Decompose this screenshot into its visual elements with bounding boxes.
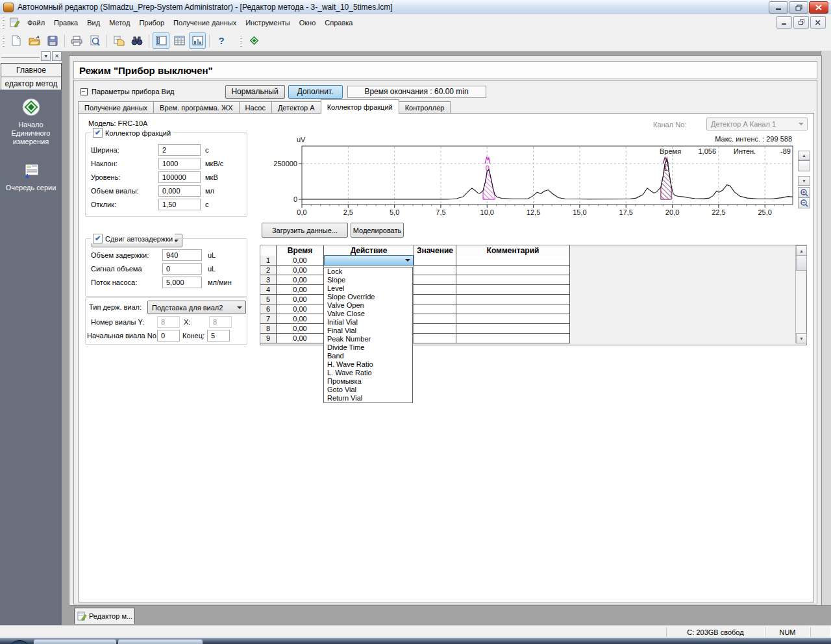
table-cell[interactable] (414, 314, 456, 324)
start-single-run-icon[interactable] (21, 97, 41, 117)
chart-scroll-down-button[interactable]: ▼ (798, 176, 810, 186)
menu-item-8[interactable]: Окно (295, 16, 321, 30)
chart-zoom-in-button[interactable] (798, 187, 810, 198)
minimize-button[interactable] (769, 1, 788, 14)
dropdown-item-1[interactable]: Lock (324, 267, 412, 276)
vial-y-field[interactable]: 8 (157, 316, 180, 328)
sidebar-dropdown-button[interactable]: ▾ (41, 51, 51, 61)
chart-scroll-up-button[interactable]: ▲ (798, 151, 810, 160)
table-cell[interactable] (456, 285, 570, 295)
field-input[interactable]: 100000 (158, 171, 201, 183)
open-file-button[interactable] (26, 32, 43, 49)
normal-view-button[interactable]: Нормальный (225, 85, 285, 99)
start-single-run-label[interactable]: Начало Единичного измерения (5, 121, 57, 146)
table-cell[interactable] (456, 304, 570, 314)
view-main-toggle[interactable] (153, 32, 169, 49)
menu-item-2[interactable]: Правка (49, 16, 82, 30)
table-cell[interactable]: 0,00 (277, 324, 324, 334)
table-cell[interactable]: 0,00 (277, 304, 324, 314)
close-button[interactable] (809, 1, 828, 14)
start-orb[interactable] (9, 640, 30, 644)
start-vial-field[interactable]: 0 (157, 330, 180, 341)
table-scroll-thumb[interactable] (796, 255, 807, 271)
menu-item-1[interactable]: Файл (23, 16, 49, 30)
table-cell[interactable] (456, 324, 570, 334)
menu-item-9[interactable]: Справка (320, 16, 357, 30)
sidebar-close-button[interactable]: ✕ (52, 51, 62, 61)
save-button[interactable] (44, 32, 61, 49)
vial-x-field[interactable]: 8 (209, 316, 232, 328)
menu-item-3[interactable]: Вид (82, 16, 105, 30)
batch-queue-label[interactable]: Очередь серии (6, 184, 56, 192)
table-scroll-up-button[interactable]: ▲ (796, 245, 807, 256)
start-run-button[interactable] (245, 32, 262, 49)
table-cell[interactable] (456, 295, 570, 304)
fraction-collector-checkbox[interactable]: ✔ (93, 128, 103, 138)
table-cell[interactable] (456, 256, 570, 266)
end-vial-field[interactable]: 5 (207, 330, 230, 341)
print-button[interactable] (68, 32, 85, 49)
batch-queue-icon[interactable] (23, 163, 40, 180)
tab-1[interactable]: Получение данных (78, 101, 154, 114)
tab-6[interactable]: Контроллер (399, 101, 451, 114)
dropdown-item-7[interactable]: Initial Vial (324, 318, 412, 327)
dropdown-item-8[interactable]: Final Vial (324, 327, 412, 335)
dropdown-item-14[interactable]: Промывка (324, 377, 412, 386)
table-cell[interactable] (414, 275, 456, 285)
sidebar-tab-method-editor[interactable]: едактор метод (1, 77, 62, 91)
field-input[interactable]: 0,000 (158, 185, 201, 197)
menu-item-7[interactable]: Инструменты (241, 16, 295, 30)
table-cell[interactable] (414, 256, 456, 266)
toolbar-grip-2[interactable] (240, 35, 243, 47)
taskbar-button-2[interactable] (118, 639, 203, 644)
table-cell[interactable]: 0,00 (277, 314, 324, 324)
row-number-cell[interactable]: 3 (260, 275, 277, 285)
vial-type-select[interactable]: Подставка для виал2 (147, 301, 246, 314)
dropdown-item-12[interactable]: H. Wave Ratio (324, 360, 412, 369)
field-input[interactable]: 1000 (158, 158, 201, 169)
dropdown-item-10[interactable]: Divide Time (324, 343, 412, 352)
table-cell[interactable] (324, 256, 414, 266)
row-number-cell[interactable]: 9 (260, 334, 277, 343)
dropdown-item-16[interactable]: Return Vial (324, 394, 412, 402)
row-number-cell[interactable]: 7 (260, 314, 277, 324)
mdi-close-button[interactable] (810, 16, 826, 29)
menu-item-4[interactable]: Метод (105, 16, 134, 30)
mdi-minimize-button[interactable] (776, 16, 792, 29)
table-cell[interactable] (414, 324, 456, 334)
action-combobox[interactable] (324, 255, 414, 266)
new-document-button[interactable] (8, 32, 25, 49)
row-number-cell[interactable]: 5 (260, 295, 277, 304)
table-cell[interactable]: 0,00 (277, 256, 324, 266)
menu-item-5[interactable]: Прибор (134, 16, 169, 30)
row-number-cell[interactable]: 1 (260, 256, 277, 266)
table-cell[interactable]: 0,00 (277, 275, 324, 285)
help-button[interactable]: ? (213, 32, 230, 49)
advanced-view-button[interactable]: Дополнит. (288, 85, 343, 99)
table-cell[interactable]: 0,00 (277, 266, 324, 275)
field-input[interactable]: 1,50 (158, 199, 201, 210)
table-cell[interactable] (414, 334, 456, 343)
dropdown-item-5[interactable]: Valve Open (324, 301, 412, 310)
view-table-toggle[interactable] (171, 32, 188, 49)
chart-zoom-out-button[interactable] (798, 197, 810, 208)
load-data-button[interactable]: Загрузить данные... (262, 223, 348, 238)
dropdown-item-11[interactable]: Band (324, 352, 412, 360)
table-cell[interactable] (456, 334, 570, 343)
dropdown-item-9[interactable]: Peak Number (324, 335, 412, 343)
tab-3[interactable]: Насос (239, 101, 272, 114)
table-cell[interactable] (456, 275, 570, 285)
collapse-icon[interactable] (81, 88, 88, 95)
table-cell[interactable] (414, 295, 456, 304)
tab-4[interactable]: Детектор А (271, 101, 321, 114)
table-scroll-down-button[interactable]: ▼ (796, 333, 807, 343)
table-cell[interactable] (414, 266, 456, 275)
dropdown-item-15[interactable]: Goto Vial (324, 386, 412, 394)
channel-select[interactable]: Детектор А Канал 1 (706, 118, 808, 130)
auto-delay-checkbox[interactable]: ✔ (93, 234, 103, 243)
print-preview-button[interactable] (86, 32, 103, 49)
taskbar-button-1[interactable] (34, 639, 116, 644)
table-cell[interactable] (414, 285, 456, 295)
dropdown-item-13[interactable]: L. Wave Ratio (324, 369, 412, 377)
dropdown-item-4[interactable]: Slope Override (324, 293, 412, 301)
